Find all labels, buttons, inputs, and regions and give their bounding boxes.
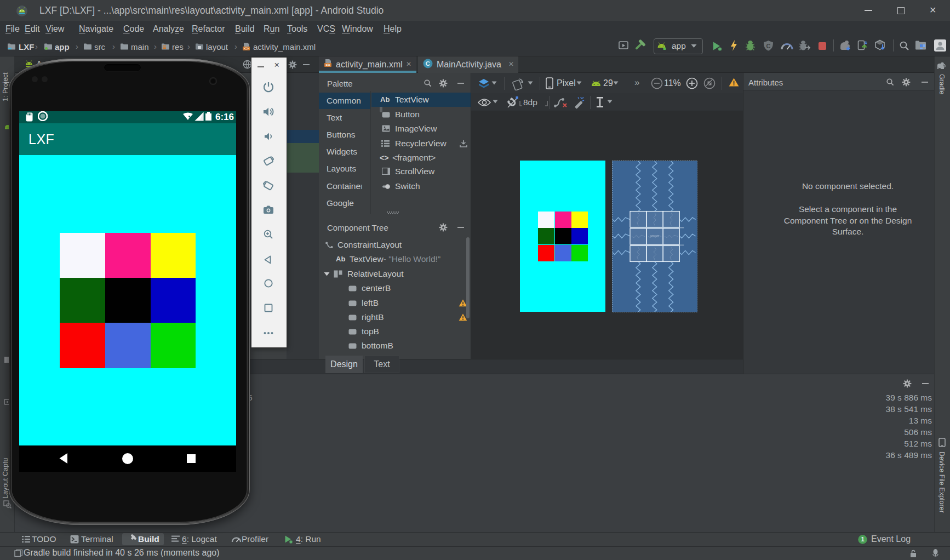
svg-text:<>: <>: [325, 63, 331, 67]
svg-text:<>: <>: [244, 47, 249, 51]
svg-text:C: C: [426, 60, 430, 67]
svg-text:1: 1: [861, 536, 864, 542]
svg-text:C: C: [766, 43, 771, 49]
